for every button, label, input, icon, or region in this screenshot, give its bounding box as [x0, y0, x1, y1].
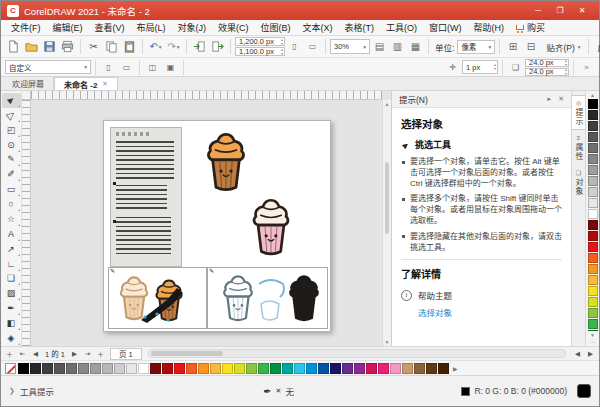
vertical-scroll-thumb[interactable] — [385, 162, 389, 234]
color-swatch[interactable] — [588, 154, 598, 164]
color-swatch[interactable] — [282, 363, 293, 374]
color-swatch[interactable] — [378, 363, 389, 374]
dimension-tool[interactable]: ↗ — [2, 242, 21, 257]
eyedropper-tool[interactable]: ✒ — [2, 301, 21, 316]
sketch-panel[interactable]: ✎ — [108, 267, 207, 329]
artistic-media-tool[interactable]: ✐ — [2, 167, 21, 182]
color-swatch[interactable] — [426, 363, 437, 374]
maximize-button[interactable]: ❐ — [549, 1, 571, 20]
export-button[interactable] — [209, 38, 226, 56]
horizontal-ruler[interactable] — [31, 91, 382, 100]
color-swatch[interactable] — [402, 363, 413, 374]
first-page-button[interactable]: ⇤ — [17, 348, 28, 360]
color-swatch[interactable] — [318, 363, 329, 374]
scroll-down-icon[interactable]: ▼ — [383, 339, 391, 345]
current-page-button[interactable]: ◫ — [144, 58, 161, 76]
landscape-button[interactable]: ▭ — [304, 38, 321, 56]
help-topics-row[interactable]: i 帮助主题 — [401, 289, 562, 301]
color-swatch[interactable] — [174, 363, 185, 374]
palette-scroll-up-icon[interactable]: ▲ — [590, 91, 595, 99]
color-swatch[interactable] — [588, 187, 598, 197]
color-swatch[interactable] — [258, 363, 269, 374]
cupcake-orange[interactable] — [198, 131, 254, 195]
add-page-after-button[interactable]: ＋ — [95, 348, 106, 360]
docker-close-icon[interactable]: ✕ — [558, 95, 564, 103]
color-swatch[interactable] — [588, 176, 598, 186]
status-expand-icon[interactable]: ❯ — [9, 387, 15, 395]
color-swatch[interactable] — [588, 143, 598, 153]
color-swatch[interactable] — [270, 363, 281, 374]
color-swatch[interactable] — [222, 363, 233, 374]
color-swatch[interactable] — [588, 121, 598, 131]
color-swatch[interactable] — [330, 363, 341, 374]
color-swatch[interactable] — [294, 363, 305, 374]
import-button[interactable] — [191, 38, 208, 56]
scroll-up-icon[interactable]: ▲ — [383, 101, 391, 107]
color-swatch[interactable] — [588, 308, 598, 318]
menu-item[interactable]: 文本(X) — [297, 20, 339, 35]
redo-button[interactable]: ↷▾ — [165, 38, 182, 56]
vertical-ruler[interactable] — [22, 100, 31, 346]
palette-expand-icon[interactable]: ▶ — [453, 365, 458, 372]
menu-item[interactable]: 表格(T) — [339, 20, 381, 35]
interactive-fill-tool[interactable]: ◧ — [2, 316, 21, 331]
launch-dropdown[interactable]: 启动▾ — [593, 38, 600, 56]
copy-button[interactable] — [103, 38, 120, 56]
snap-objects-toggle[interactable]: ⊟ — [522, 38, 539, 56]
color-swatch[interactable] — [390, 363, 401, 374]
color-swatch[interactable] — [588, 198, 598, 208]
units-dropdown[interactable]: 像素▾ — [457, 40, 495, 54]
page-preset-dropdown[interactable]: 自定义▾ — [5, 60, 91, 74]
page-height-field[interactable]: 1,100.0 px▴▾ — [235, 47, 285, 56]
color-swatch[interactable] — [90, 363, 101, 374]
all-pages-button[interactable]: ▣ — [162, 58, 179, 76]
horizontal-scrollbar[interactable] — [148, 349, 566, 358]
color-swatch[interactable] — [588, 319, 598, 329]
new-document-button[interactable] — [5, 38, 22, 56]
color-swatch[interactable] — [246, 363, 257, 374]
cupcake-silhouette[interactable] — [282, 273, 326, 325]
rectangle-tool[interactable]: ▭ — [2, 182, 21, 197]
color-swatch[interactable] — [198, 363, 209, 374]
docker-flyout-icon[interactable]: ▸ — [548, 95, 552, 103]
color-swatch[interactable] — [588, 99, 598, 109]
nudge-distance-field[interactable]: 1 px▴▾ — [462, 60, 498, 74]
color-swatch[interactable] — [54, 363, 65, 374]
menu-item[interactable]: 工具(O) — [380, 20, 423, 35]
color-swatch[interactable] — [66, 363, 77, 374]
add-page-before-button[interactable]: ＋ — [4, 348, 15, 360]
color-swatch[interactable] — [588, 132, 598, 142]
menu-item[interactable]: 位图(B) — [255, 20, 297, 35]
tab-close-icon[interactable]: ✕ — [102, 80, 107, 88]
next-page-button[interactable]: ▶ — [69, 348, 80, 360]
zoom-level-dropdown[interactable]: 30%▾ — [330, 39, 370, 54]
menu-item[interactable]: 布局(L) — [131, 20, 172, 35]
show-rulers-button[interactable]: ▥ — [389, 38, 406, 56]
color-swatch[interactable] — [234, 363, 245, 374]
drawing-page[interactable]: ✎ ✎ — [103, 120, 331, 332]
palette-more-icon[interactable]: ⋯ — [590, 339, 596, 346]
color-swatch[interactable] — [588, 110, 598, 120]
tab-welcome-screen[interactable]: 欢迎屏幕 — [3, 77, 54, 90]
color-swatch[interactable] — [150, 363, 161, 374]
color-swatch[interactable] — [342, 363, 353, 374]
select-objects-link[interactable]: 选择对象 — [418, 306, 452, 318]
color-swatch[interactable] — [588, 253, 598, 263]
color-swatch[interactable] — [588, 297, 598, 307]
docker-tab-properties[interactable]: ≡属性 — [572, 132, 585, 164]
duplicate-y-field[interactable]: 24.0 px▴▾ — [525, 68, 569, 76]
color-swatch[interactable] — [306, 363, 317, 374]
color-swatch[interactable] — [354, 363, 365, 374]
color-swatch[interactable] — [588, 264, 598, 274]
no-color-swatch[interactable] — [5, 363, 16, 374]
snap-grid-toggle[interactable]: ⊞ — [504, 38, 521, 56]
color-swatch[interactable] — [588, 275, 598, 285]
ruler-origin-corner[interactable] — [22, 91, 31, 100]
menu-item[interactable]: 对象(J) — [172, 20, 213, 35]
landscape-page-button[interactable]: ▭ — [118, 58, 135, 76]
color-swatch[interactable] — [18, 363, 29, 374]
color-swatch[interactable] — [588, 242, 598, 252]
color-swatch[interactable] — [186, 363, 197, 374]
paste-button[interactable] — [121, 38, 138, 56]
menu-item[interactable]: 查看(V) — [89, 20, 131, 35]
